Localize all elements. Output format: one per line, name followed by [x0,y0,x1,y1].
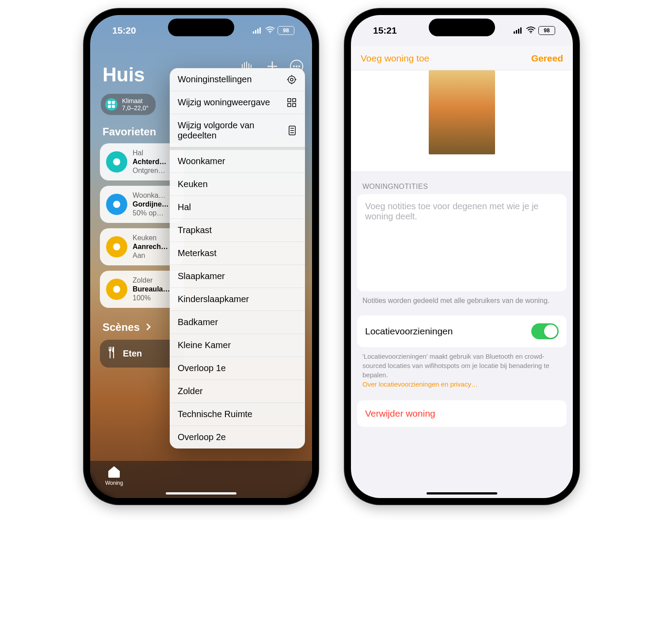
notes-textarea[interactable]: Voeg notities toe voor degenen met wie j… [357,194,567,291]
menu-room-label: Woonkamer [178,156,225,166]
favorite-name: Achterd… [133,157,166,166]
favorite-room: Woonka… [133,191,169,200]
favorite-state: Ontgren… [133,166,166,175]
menu-item-label: Woninginstellingen [178,74,252,84]
accessory-icon [106,279,127,300]
menu-room-item[interactable]: Hal [170,196,305,219]
menu-room-item[interactable]: Badkamer [170,311,305,334]
menu-room-label: Meterkast [178,248,217,258]
clock: 15:21 [373,25,397,36]
clock: 15:20 [112,25,136,36]
wifi-icon [526,25,536,36]
menu-room-label: Slaapkamer [178,271,225,281]
menu-room-item[interactable]: Technische Ruimte [170,403,305,426]
battery-indicator: 98 [278,26,294,35]
context-menu: Woninginstellingen Wijzig woningweergave… [170,68,305,448]
svg-rect-38 [516,30,517,34]
favorite-state: 50% op… [133,209,169,218]
menu-room-item[interactable]: Overloop 2e [170,426,305,448]
favorite-state: 100% [133,294,170,303]
svg-point-13 [296,65,297,67]
menu-room-label: Hal [178,202,191,212]
svg-rect-3 [259,27,261,34]
done-button[interactable]: Gereed [531,53,563,64]
accessory-icon [106,194,127,215]
settings-sheet: Voeg woning toe Gereed WONINGNOTITIES Vo… [351,15,573,498]
menu-room-item[interactable]: Meterkast [170,242,305,265]
svg-rect-15 [108,101,111,104]
svg-rect-0 [253,31,254,34]
menu-item-label: Wijzig woningweergave [178,97,270,107]
location-services-toggle[interactable] [531,323,559,339]
svg-rect-40 [520,27,522,34]
svg-point-24 [290,78,293,81]
favorite-name: Bureaula… [133,285,170,294]
svg-rect-32 [293,104,296,107]
gear-icon [286,75,297,84]
svg-rect-29 [288,99,291,102]
delete-home-button[interactable]: Verwijder woning [357,400,567,427]
menu-room-label: Kleine Kamer [178,340,231,350]
svg-point-4 [270,32,271,33]
menu-room-label: Technische Ruimte [178,409,252,419]
scenes-header[interactable]: Scènes [103,321,140,334]
svg-rect-31 [288,104,291,107]
menu-room-label: Overloop 2e [178,432,226,442]
dynamic-island [429,19,495,36]
cellular-icon [514,25,523,36]
notes-group-label: WONINGNOTITIES [351,172,573,194]
home-indicator [166,492,236,494]
menu-room-item[interactable]: Overloop 1e [170,357,305,380]
battery-indicator: 98 [538,26,555,35]
menu-item[interactable]: Woninginstellingen [170,68,305,91]
tab-label: Woning [105,480,123,486]
svg-rect-39 [518,29,519,34]
location-privacy-link[interactable]: Over locatievoorzieningen en privacy… [362,380,478,388]
accessory-icon [106,236,127,257]
menu-room-item[interactable]: Keuken [170,173,305,196]
location-services-label: Locatievoorzieningen [365,326,453,337]
menu-room-item[interactable]: Kinderslaapkamer [170,288,305,311]
svg-point-41 [530,32,531,33]
favorite-room: Zolder [133,276,170,285]
wifi-icon [265,25,275,36]
svg-point-21 [113,243,120,250]
svg-rect-17 [108,105,111,108]
climate-icon [105,98,118,111]
house-icon [107,465,121,479]
svg-point-12 [293,65,295,67]
favorite-name: Aanrech… [133,242,168,251]
menu-room-item[interactable]: Woonkamer [170,150,305,173]
add-home-button[interactable]: Voeg woning toe [361,53,429,64]
svg-rect-30 [293,99,296,102]
home-indicator [427,492,497,494]
menu-room-item[interactable]: Slaapkamer [170,265,305,288]
phone-left: 15:20 98 [84,9,318,504]
cellular-icon [253,25,263,36]
home-screen: Huis Klimaat 7,0–22,0° Favorieten Hal Ac… [90,15,312,498]
menu-room-item[interactable]: Trapkast [170,219,305,242]
svg-point-20 [113,201,120,208]
scene-label: Eten [123,349,142,359]
menu-room-label: Zolder [178,386,203,396]
fork-knife-icon [107,347,117,360]
climate-chip[interactable]: Klimaat 7,0–22,0° [101,94,156,115]
location-services-row[interactable]: Locatievoorzieningen [357,315,567,347]
notes-footer: Notities worden gedeeld met alle gebruik… [351,291,573,306]
svg-rect-37 [514,31,515,34]
svg-rect-16 [112,101,115,104]
menu-room-item[interactable]: Zolder [170,380,305,403]
grid-icon [286,98,297,107]
home-wallpaper-preview[interactable] [351,70,573,172]
sheet-header: Voeg woning toe Gereed [351,46,573,70]
favorite-name: Gordijne… [133,200,169,209]
wallpaper-thumbnail [429,70,495,154]
svg-point-19 [113,158,120,165]
menu-item[interactable]: Wijzig woningweergave [170,91,305,114]
menu-item[interactable]: Wijzig volgorde van gedeelten [170,114,305,147]
menu-room-item[interactable]: Kleine Kamer [170,334,305,357]
menu-room-label: Badkamer [178,317,218,327]
svg-point-14 [298,65,300,67]
tab-home[interactable]: Woning [105,465,123,486]
menu-item-label: Wijzig volgorde van gedeelten [178,120,287,141]
